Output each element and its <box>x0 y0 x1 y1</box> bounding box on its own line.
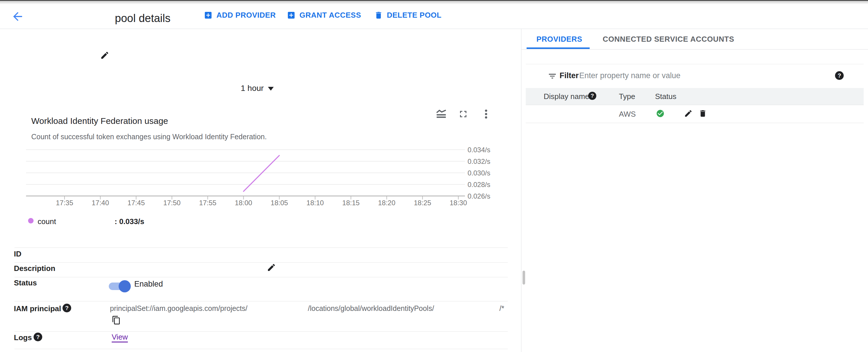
chevron-down-icon <box>268 87 274 91</box>
row-divider <box>14 247 508 248</box>
filter-input[interactable] <box>579 69 816 82</box>
delete-pool-button[interactable]: DELETE POOL <box>374 9 441 21</box>
chart-title: Workload Identity Federation usage <box>31 116 168 126</box>
add-provider-button[interactable]: ADD PROVIDER <box>204 9 276 21</box>
grant-access-button[interactable]: GRANT ACCESS <box>287 9 361 21</box>
svg-text:0.032/s: 0.032/s <box>468 157 490 165</box>
time-range-value: 1 hour <box>241 84 264 93</box>
status-label: Status <box>14 278 37 288</box>
svg-text:18:05: 18:05 <box>271 199 288 207</box>
add-box-icon <box>287 11 296 20</box>
header-shadow <box>0 1 868 4</box>
delete-pool-label: DELETE POOL <box>387 11 441 20</box>
fullscreen-button[interactable] <box>458 109 469 120</box>
iam-principal-help-icon[interactable] <box>62 304 71 312</box>
column-display-name: Display name <box>544 92 589 101</box>
pool-details-page: pool details ADD PROVIDER GRANT ACCESS D… <box>0 0 868 352</box>
back-button[interactable] <box>11 10 24 23</box>
providers-table-header: Display name Type Status <box>526 88 864 105</box>
view-logs-link[interactable]: View <box>112 332 128 342</box>
chart-more-options-button[interactable] <box>480 108 492 120</box>
toggle-thumb <box>119 280 131 292</box>
status-check-icon <box>656 109 664 118</box>
filter-card-border <box>526 64 864 64</box>
column-status: Status <box>655 92 677 101</box>
filter-label: Filter <box>560 71 579 80</box>
edit-provider-button[interactable] <box>684 109 693 118</box>
copy-iam-principal-button[interactable] <box>112 315 121 325</box>
add-provider-label: ADD PROVIDER <box>216 11 276 20</box>
svg-text:18:10: 18:10 <box>306 199 324 207</box>
svg-text:17:40: 17:40 <box>92 199 109 207</box>
description-label: Description <box>14 264 55 273</box>
svg-text:18:20: 18:20 <box>378 199 396 207</box>
trash-icon <box>699 109 707 118</box>
usage-line-chart: 0.034/s0.032/s0.030/s0.028/s0.026/s17:35… <box>14 143 509 214</box>
svg-text:0.028/s: 0.028/s <box>468 181 490 188</box>
svg-text:18:15: 18:15 <box>342 199 360 207</box>
add-box-icon <box>204 11 213 20</box>
row-divider <box>14 301 508 301</box>
time-range-dropdown[interactable]: 1 hour <box>241 84 274 93</box>
provider-row: AWS <box>526 105 864 123</box>
id-label: ID <box>14 250 22 259</box>
pencil-edit-icon <box>267 263 276 272</box>
edit-pool-button[interactable] <box>100 51 110 60</box>
svg-text:0.026/s: 0.026/s <box>468 192 490 200</box>
pane-divider <box>521 29 521 352</box>
chart-subtitle: Count of successful token exchanges usin… <box>31 133 267 141</box>
status-toggle[interactable] <box>109 280 131 292</box>
svg-text:0.030/s: 0.030/s <box>468 169 490 177</box>
scrollbar-thumb[interactable] <box>523 271 525 285</box>
filter-help-icon[interactable] <box>835 71 844 80</box>
page-title: pool details <box>115 11 170 25</box>
tab-providers[interactable]: PROVIDERS <box>536 35 582 44</box>
status-value: Enabled <box>134 280 163 289</box>
provider-type: AWS <box>619 110 636 119</box>
display-name-help-icon[interactable] <box>588 92 596 100</box>
chart-legend-icon <box>436 109 447 120</box>
svg-text:17:45: 17:45 <box>127 199 145 207</box>
header-divider <box>0 29 868 29</box>
pencil-edit-icon <box>684 109 693 118</box>
svg-text:0.034/s: 0.034/s <box>468 146 490 154</box>
arrow-back-icon <box>11 10 24 23</box>
edit-description-button[interactable] <box>267 263 276 272</box>
legend-series-value: : 0.033/s <box>115 217 144 226</box>
logs-help-icon[interactable] <box>34 332 42 341</box>
pencil-edit-icon <box>100 51 110 60</box>
iam-principal-part-2: /locations/global/workloadIdentityPools/ <box>308 304 434 313</box>
grant-access-label: GRANT ACCESS <box>300 11 361 20</box>
active-tab-indicator <box>527 48 590 49</box>
svg-text:17:55: 17:55 <box>199 199 216 207</box>
iam-principal-part-3: /* <box>499 304 504 313</box>
filter-icon <box>548 71 557 81</box>
trash-icon <box>374 11 383 20</box>
column-type: Type <box>619 92 635 101</box>
tabs-divider <box>521 49 868 50</box>
copy-icon <box>112 315 121 325</box>
svg-text:18:00: 18:00 <box>235 199 252 207</box>
svg-text:17:35: 17:35 <box>56 199 73 207</box>
iam-principal-part-1: principalSet://iam.googleapis.com/projec… <box>110 304 247 313</box>
svg-text:18:30: 18:30 <box>450 199 467 207</box>
legend-swatch <box>28 218 34 224</box>
svg-text:18:25: 18:25 <box>414 199 431 207</box>
more-vert-icon <box>480 108 492 120</box>
logs-label: Logs <box>14 333 32 342</box>
legend-series-name: count <box>38 217 56 226</box>
row-divider <box>14 262 508 263</box>
iam-principal-label: IAM principal <box>14 304 61 313</box>
svg-text:17:50: 17:50 <box>163 199 181 207</box>
toggle-legend-button[interactable] <box>436 109 447 120</box>
tab-connected-service-accounts[interactable]: CONNECTED SERVICE ACCOUNTS <box>603 35 734 44</box>
row-divider <box>14 331 508 332</box>
fullscreen-icon <box>458 109 469 120</box>
delete-provider-button[interactable] <box>699 109 707 118</box>
